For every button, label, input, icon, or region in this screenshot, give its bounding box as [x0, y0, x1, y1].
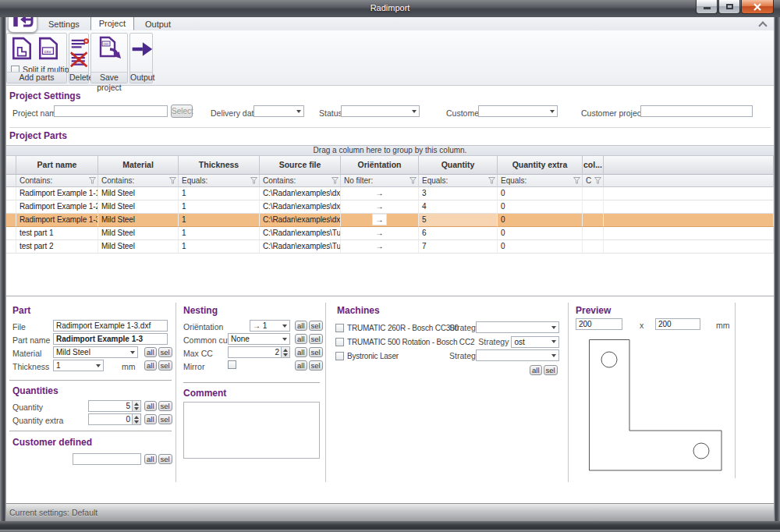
customer-combo[interactable] [478, 105, 558, 117]
spinner-arrows-icon[interactable] [132, 414, 140, 424]
all-button[interactable]: all [295, 321, 307, 331]
spinner-arrows-icon[interactable] [281, 347, 289, 357]
all-button[interactable]: all [295, 347, 307, 357]
filter-orientation[interactable]: No filter: [341, 175, 419, 187]
all-button[interactable]: all [144, 347, 157, 357]
filter-funnel-icon[interactable] [169, 177, 176, 184]
sel-button[interactable]: sel [158, 414, 172, 424]
filter-funnel-icon[interactable] [594, 177, 601, 184]
delete-parts-icon[interactable] [70, 36, 89, 71]
tab-output[interactable]: Output [137, 18, 179, 30]
svg-text:csv: csv [104, 42, 110, 46]
file-input[interactable] [53, 320, 168, 332]
application-menu-button[interactable] [8, 17, 37, 33]
mirror-checkbox[interactable] [228, 360, 236, 369]
material-combo[interactable]: Mild Steel [53, 346, 138, 358]
minimize-button[interactable] [696, 0, 718, 14]
filter-source-file[interactable]: Contains: [260, 175, 341, 187]
column-header-thickness[interactable]: Thickness [179, 156, 260, 175]
status-combo[interactable] [341, 105, 420, 117]
quantity-stepper[interactable]: 5 [88, 400, 141, 412]
preview-height-input[interactable] [655, 318, 700, 330]
filter-funnel-icon[interactable] [488, 177, 495, 184]
preview-width-input[interactable] [576, 318, 622, 330]
filter-funnel-icon[interactable] [332, 177, 339, 184]
filter-funnel-icon[interactable] [410, 177, 417, 184]
filter-col[interactable]: C [583, 175, 604, 187]
title-bar[interactable]: Radimport [0, 0, 780, 17]
table-row[interactable]: Radimport Example 1-2 Mild Steel 1 C:\Ra… [6, 200, 774, 214]
all-button[interactable]: all [144, 401, 157, 411]
filter-funnel-icon[interactable] [250, 177, 257, 184]
add-part-document-icon[interactable] [11, 37, 33, 60]
group-by-drop-zone[interactable]: Drag a column here to group by this colu… [6, 146, 774, 156]
grid-panel-splitter[interactable] [6, 296, 774, 296]
filter-quantity-extra[interactable]: Equals: [498, 175, 583, 187]
filter-funnel-icon[interactable] [573, 177, 580, 184]
sel-button[interactable]: sel [158, 360, 172, 371]
tab-settings[interactable]: Settings [41, 18, 87, 30]
machine-checkbox[interactable] [335, 324, 344, 332]
column-header-orientation[interactable]: Oriëntation [341, 156, 419, 175]
tab-project[interactable]: Project [90, 17, 134, 30]
ribbon-collapse-chevron-icon[interactable] [760, 21, 766, 27]
delivery-date-combo[interactable] [254, 105, 304, 117]
comment-textarea[interactable] [183, 402, 320, 459]
spinner-arrows-icon[interactable] [132, 401, 140, 411]
filter-quantity[interactable]: Equals: [419, 175, 498, 187]
maximize-button[interactable] [718, 0, 740, 14]
part-name-input[interactable] [53, 333, 168, 345]
filter-part-name[interactable]: Contains: [16, 175, 98, 187]
sel-button[interactable]: sel [309, 360, 323, 371]
table-row[interactable]: test part 2 Mild Steel 1 C:\Radan\exampl… [6, 240, 774, 254]
sel-button[interactable]: sel [158, 347, 172, 357]
thickness-combo[interactable]: 1 [53, 360, 104, 371]
filter-material[interactable]: Contains: [98, 175, 179, 187]
close-button[interactable] [741, 0, 774, 14]
select-project-button[interactable]: Select [171, 105, 193, 118]
strategy-combo[interactable] [476, 321, 559, 333]
max-cc-label: Max CC [183, 349, 213, 358]
machine-checkbox[interactable] [335, 338, 344, 346]
sel-button[interactable]: sel [158, 401, 172, 411]
project-name-input[interactable] [54, 105, 168, 117]
all-button[interactable]: all [295, 334, 307, 344]
row-indicator-header [6, 156, 16, 175]
max-cc-stepper[interactable]: 2 [228, 346, 290, 358]
save-project-icon[interactable]: csv [98, 36, 122, 61]
all-button[interactable]: all [295, 360, 307, 371]
table-row-selected[interactable]: Radimport Example 1-3 Mild Steel 1 C:\Ra… [6, 214, 774, 227]
sel-button[interactable]: sel [309, 347, 323, 357]
sel-button[interactable]: sel [309, 321, 323, 331]
all-button[interactable]: all [144, 360, 157, 371]
column-header-source-file[interactable]: Source file [260, 156, 341, 175]
table-row[interactable]: Radimport Example 1-1 Mild Steel 1 C:\Ra… [6, 187, 774, 200]
machine-checkbox[interactable] [335, 352, 344, 360]
all-button[interactable]: all [530, 365, 542, 375]
all-button[interactable]: all [144, 414, 157, 424]
quantity-extra-stepper[interactable]: 0 [88, 413, 141, 425]
common-cut-combo[interactable]: None [228, 333, 290, 345]
column-header-quantity[interactable]: Quantity [419, 156, 498, 175]
strategy-combo[interactable] [476, 349, 559, 361]
column-header-col[interactable]: col... [583, 156, 604, 175]
sel-button[interactable]: sel [544, 365, 558, 375]
orientation-combo[interactable]: → 1 [250, 320, 290, 332]
chevron-down-icon [293, 110, 303, 113]
customer-project-input[interactable] [640, 105, 753, 117]
table-row[interactable]: test part 1 Mild Steel 1 C:\Radan\exampl… [6, 227, 774, 240]
strategy-combo[interactable]: ost [511, 336, 559, 348]
column-header-filler [604, 156, 774, 175]
output-arrow-icon[interactable] [130, 40, 154, 59]
column-header-material[interactable]: Material [98, 156, 179, 175]
all-button[interactable]: all [144, 454, 157, 464]
add-csv-document-icon[interactable]: csv [37, 37, 59, 60]
sel-button[interactable]: sel [309, 334, 323, 344]
section-divider [183, 382, 320, 383]
column-header-quantity-extra[interactable]: Quantity extra [498, 156, 583, 175]
filter-thickness[interactable]: Equals: [179, 175, 260, 187]
column-header-part-name[interactable]: Part name [16, 156, 98, 175]
filter-funnel-icon[interactable] [89, 177, 96, 184]
sel-button[interactable]: sel [158, 454, 172, 464]
customer-defined-input[interactable] [73, 453, 141, 465]
